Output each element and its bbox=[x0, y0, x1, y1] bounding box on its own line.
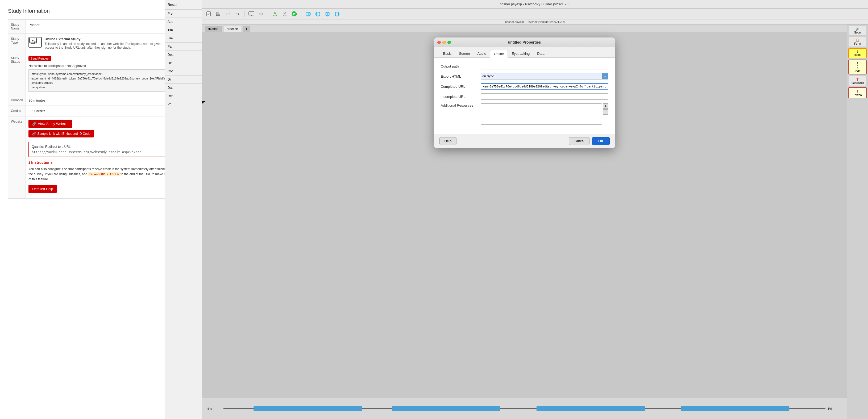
globe-icon[interactable]: 🌐 bbox=[305, 10, 312, 18]
survey-code-highlight: ?id=%SURVEY_CODE% bbox=[88, 172, 120, 176]
middle-cod: Cod bbox=[165, 67, 202, 75]
completed-url-row: Completed URL bbox=[441, 83, 608, 90]
link-icon: 🔗 bbox=[32, 132, 36, 136]
output-path-input[interactable] bbox=[481, 63, 608, 69]
additional-resources-row: Additional Resources + − bbox=[441, 103, 608, 125]
tab-t[interactable]: t bbox=[243, 26, 250, 32]
ok-button[interactable]: OK bbox=[592, 137, 610, 145]
output-path-label: Output path bbox=[441, 64, 481, 68]
document-icon[interactable] bbox=[205, 10, 212, 18]
redo-icon[interactable]: ↪ bbox=[234, 10, 241, 18]
person-icon[interactable] bbox=[271, 10, 279, 18]
tab-audio[interactable]: Audio bbox=[474, 50, 490, 57]
dialog-body: Output path Export HTML on Sync ▼ bbox=[434, 58, 615, 134]
close-traffic-light[interactable] bbox=[437, 41, 441, 44]
status-text: Not visible to participants : Not Approv… bbox=[28, 64, 165, 68]
globe4-icon[interactable]: 🌐 bbox=[333, 10, 341, 18]
svg-rect-6 bbox=[217, 12, 219, 13]
middle-time: Tim bbox=[165, 26, 202, 34]
export-html-dropdown-btn[interactable]: ▼ bbox=[602, 73, 608, 79]
tab-online[interactable]: Online bbox=[490, 50, 508, 58]
info-table: Study Name Posner Study Type Online Exte… bbox=[8, 20, 165, 199]
help-button[interactable]: Help bbox=[439, 137, 457, 145]
gear-icon[interactable]: ⚙ bbox=[257, 10, 265, 18]
builder-right-icons: 🔊 Soun 📋 Form β lolob 123 Cedru T Rating… bbox=[847, 25, 868, 419]
view-study-website-button[interactable]: 🔗 View Study Website bbox=[28, 120, 72, 128]
study-type-desc: This study is an online study located on… bbox=[44, 42, 165, 50]
dialog-title: untitled Properties bbox=[508, 40, 541, 44]
table-row: Study Name Posner bbox=[8, 20, 165, 34]
remove-resource-btn[interactable]: − bbox=[603, 109, 608, 115]
table-row: Credits 0.5 Credits bbox=[8, 106, 165, 117]
toolbar-separator-2 bbox=[268, 11, 268, 17]
completed-url-input[interactable] bbox=[481, 83, 608, 90]
tab-basic[interactable]: Basic bbox=[439, 50, 456, 57]
tab-screen[interactable]: Screen bbox=[455, 50, 473, 57]
incomplete-url-input[interactable] bbox=[481, 93, 608, 100]
undo-icon[interactable]: ↩ bbox=[224, 10, 231, 18]
tab-eyetracking[interactable]: Eyetracking bbox=[508, 50, 533, 57]
sound-icon-box[interactable]: 🔊 Soun bbox=[848, 26, 867, 36]
add-resource-btn[interactable]: + bbox=[603, 103, 608, 109]
middle-pri: Pri bbox=[165, 100, 202, 108]
study-type-icon bbox=[28, 37, 42, 47]
status-badge[interactable]: Send Request bbox=[28, 56, 51, 61]
study-status-label: Study Status bbox=[8, 53, 26, 95]
website-label: Website bbox=[8, 117, 26, 199]
psychopy-builder-panel: posner.psyexp - PsychoPy Builder (v2021.… bbox=[202, 0, 868, 419]
timeline-line bbox=[223, 405, 826, 413]
tab-practice[interactable]: practice bbox=[223, 26, 241, 32]
dialog-overlay: untitled Properties Basic Screen Audio O… bbox=[202, 32, 847, 148]
psychopy-title: posner.psyexp - PsychoPy Builder (v2021.… bbox=[500, 2, 570, 6]
dialog-tabs: Basic Screen Audio Online Eyetracking Da… bbox=[434, 47, 615, 58]
toolbar-separator-1 bbox=[244, 11, 245, 17]
lolob-icon-box[interactable]: β lolob bbox=[848, 48, 867, 58]
svg-rect-20 bbox=[392, 406, 500, 411]
play-icon[interactable] bbox=[290, 10, 298, 18]
table-row: Study Status Send Request Not visible to… bbox=[8, 53, 165, 95]
maximize-traffic-light[interactable] bbox=[447, 41, 451, 44]
globe2-icon[interactable]: 🌐 bbox=[314, 10, 321, 18]
globe3-icon[interactable]: 🌐 bbox=[324, 10, 331, 18]
detailed-help-button[interactable]: Detailed Help bbox=[28, 185, 57, 193]
study-type-label: Study Type bbox=[8, 34, 26, 53]
additional-resources-textarea[interactable] bbox=[481, 103, 602, 125]
cancel-button[interactable]: Cancel bbox=[569, 137, 589, 145]
timeline-area: line Pri bbox=[202, 398, 847, 419]
export-html-value[interactable]: on Sync bbox=[481, 73, 602, 79]
credits-label: Credits bbox=[8, 106, 26, 117]
middle-panel: Restu Pre Add Tim Lim Par Dea HP Cod Dir… bbox=[165, 0, 202, 419]
rating-scale-icon-box[interactable]: T Rating Scale bbox=[848, 76, 867, 86]
cedru-icon-box[interactable]: 123 Cedru bbox=[848, 60, 867, 74]
middle-header: Restu bbox=[165, 0, 202, 9]
qualtrics-url: https://yorku.sona-systems.com/webstudy_… bbox=[32, 150, 165, 154]
sample-link-button[interactable]: 🔗 Sample Link with Embedded ID Code bbox=[28, 130, 94, 137]
completed-url-label: Completed URL bbox=[441, 85, 481, 89]
middle-add: Add bbox=[165, 18, 202, 26]
textbo-icon-box[interactable]: T Textbo bbox=[848, 87, 867, 98]
tab-data[interactable]: Data bbox=[533, 50, 548, 57]
svg-point-12 bbox=[274, 12, 276, 13]
psychopy-toolbar: ↩ ↪ ⚙ bbox=[202, 8, 868, 20]
svg-rect-22 bbox=[681, 406, 789, 411]
study-name-label: Study Name bbox=[8, 20, 26, 34]
qualtrics-label: Qualtrics Redirect to a URL bbox=[32, 145, 165, 149]
table-row: Website 🔗 View Study Website 🔗 Sample Li… bbox=[8, 117, 165, 199]
person2-icon[interactable] bbox=[281, 10, 288, 18]
tab-fixation[interactable]: fixation bbox=[205, 26, 222, 32]
study-information-panel: Study Information Study Name Posner Stud… bbox=[0, 0, 165, 419]
output-path-row: Output path bbox=[441, 63, 608, 69]
form-icon-box[interactable]: 📋 Form bbox=[848, 37, 867, 47]
instructions-header: ℹ Instructions bbox=[28, 160, 165, 165]
instructions-text: You can also configure it so that partic… bbox=[28, 167, 165, 182]
minimize-traffic-light[interactable] bbox=[442, 41, 446, 44]
psychopy-subtitle: posner.psyexp - PsychoPy Builder (v2021.… bbox=[202, 20, 868, 25]
svg-point-13 bbox=[284, 12, 285, 13]
dialog-footer: Help Cancel OK bbox=[434, 134, 615, 148]
monitor-icon[interactable] bbox=[248, 10, 255, 18]
untitled-properties-dialog: untitled Properties Basic Screen Audio O… bbox=[434, 37, 615, 148]
middle-dea: Dea bbox=[165, 51, 202, 59]
save-icon[interactable] bbox=[214, 10, 222, 18]
incomplete-url-row: Incomplete URL bbox=[441, 93, 608, 100]
export-html-label: Export HTML bbox=[441, 74, 481, 78]
